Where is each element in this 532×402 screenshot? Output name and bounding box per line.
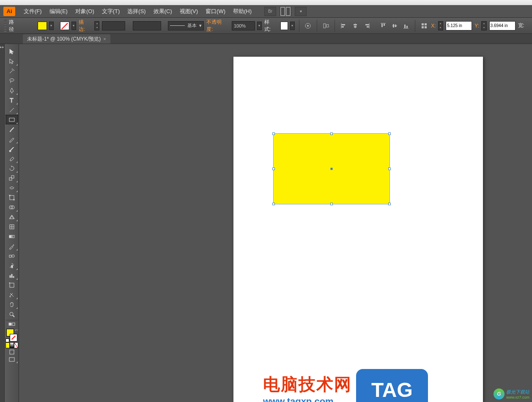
resize-handle-nw[interactable] [272,132,275,135]
style-dropdown[interactable]: ▾ [290,22,295,30]
x-label: X: [431,23,436,29]
toolbox-collapse-toggle[interactable]: ▸▸ [0,44,5,402]
align-center-h-icon[interactable] [351,21,359,30]
opacity-input[interactable] [232,21,255,30]
variable-width-profile[interactable] [133,21,162,30]
stroke-color-swatch[interactable] [10,334,17,341]
panel-grip[interactable] [4,20,6,32]
svg-rect-47 [10,275,11,278]
eraser-tool[interactable] [5,154,18,163]
recolor-artwork-icon[interactable] [304,21,313,30]
column-graph-tool[interactable] [5,270,18,280]
align-left-icon[interactable] [339,21,348,30]
x-spinner[interactable]: ▴▾ [438,21,444,30]
mesh-tool[interactable] [5,222,18,231]
opacity-dropdown[interactable]: ▾ [257,22,262,30]
width-tool[interactable] [5,183,18,193]
menu-type[interactable]: 文字(T) [99,6,123,17]
scale-tool[interactable] [5,173,18,183]
arrange-documents-button[interactable] [280,7,291,16]
x-input[interactable] [446,21,472,30]
fill-swatch[interactable] [38,22,47,30]
swap-fill-stroke-icon[interactable]: ⤺ [15,328,18,332]
rectangle-tool[interactable] [5,115,18,124]
free-transform-tool[interactable] [5,193,18,202]
blob-brush-tool[interactable] [5,144,18,154]
width-label: 宽: [518,22,524,29]
resize-handle-n[interactable] [330,132,333,135]
menu-select[interactable]: 选择(S) [124,6,149,17]
blend-tool[interactable] [5,251,18,261]
direct-selection-tool[interactable] [5,56,18,66]
hand-tool[interactable] [5,300,18,309]
selection-tool[interactable] [5,47,18,56]
line-tool[interactable] [5,105,18,115]
magic-wand-tool[interactable] [5,66,18,76]
align-center-v-icon[interactable] [390,21,399,30]
symbol-sprayer-tool[interactable] [5,261,18,270]
menu-effect[interactable]: 效果(C) [150,6,176,17]
menu-view[interactable]: 视图(V) [176,6,201,17]
svg-rect-49 [13,276,14,278]
pen-tool[interactable] [5,85,18,95]
paintbrush-tool[interactable] [5,124,18,134]
rotate-tool[interactable] [5,163,18,173]
shape-builder-tool[interactable] [5,202,18,212]
artboard-tool[interactable] [5,280,18,290]
perspective-grid-tool[interactable] [5,212,18,222]
document-tab-title: 未标题-1* @ 100% (CMYK/预览) [27,36,101,43]
resize-handle-sw[interactable] [272,203,275,205]
watermark-text-url: www.tagxp.com [263,396,352,402]
stroke-dropdown[interactable]: ▾ [71,22,76,30]
resize-handle-ne[interactable] [388,132,391,135]
stroke-swatch[interactable] [60,22,69,30]
menu-object[interactable]: 对象(O) [72,6,98,17]
fill-dropdown[interactable]: ▾ [49,22,54,30]
align-panel-icon[interactable] [321,21,330,30]
type-tool[interactable]: T [5,95,18,105]
graphic-style-swatch[interactable] [280,22,288,30]
slice-tool[interactable] [5,290,18,300]
bridge-button[interactable]: Br [264,7,276,16]
color-mode-row[interactable] [5,342,18,348]
default-fill-stroke-icon[interactable] [5,339,9,342]
stroke-width-spinner[interactable]: ▴▾ [94,21,100,30]
stroke-label[interactable]: 描边: [79,19,89,33]
toolbox: T ⤺ [5,44,19,402]
document-tab[interactable]: 未标题-1* @ 100% (CMYK/预览) × [23,34,110,44]
stroke-width-input[interactable] [102,21,125,30]
pencil-tool[interactable] [5,134,18,144]
resize-handle-s[interactable] [330,203,333,205]
resize-handle-w[interactable] [272,168,275,170]
svg-rect-50 [10,283,14,287]
menubar: Ai 文件(F) 编辑(E) 对象(O) 文字(T) 选择(S) 效果(C) 视… [0,5,532,18]
menu-window[interactable]: 窗口(W) [202,6,229,17]
svg-rect-26 [422,26,424,28]
watermark-overlay: 电脑技术网 www.tagxp.com TAG [263,369,428,402]
brush-definition[interactable]: 基本▾ [168,21,204,30]
align-bottom-icon[interactable] [402,21,411,30]
canvas-area[interactable]: 电脑技术网 www.tagxp.com TAG G 极光下载站 www.xz7.… [19,44,532,402]
menu-help[interactable]: 帮助(H) [230,6,255,17]
resize-handle-e[interactable] [388,168,391,170]
fill-stroke-indicator[interactable]: ⤺ [5,328,18,342]
eyedropper-tool[interactable] [5,241,18,251]
workspace-switcher[interactable]: ▾ [295,7,307,16]
align-top-icon[interactable] [378,21,387,30]
zoom-tool[interactable] [5,309,18,319]
menu-file[interactable]: 文件(F) [20,6,45,17]
screen-mode[interactable] [5,356,18,363]
y-input[interactable] [489,21,516,30]
opacity-label[interactable]: 不透明度: [206,19,226,33]
gradient-tool[interactable] [5,231,18,241]
y-spinner[interactable]: ▴▾ [481,21,487,30]
align-right-icon[interactable] [362,21,371,30]
menu-edit[interactable]: 编辑(E) [46,6,71,17]
tab-close-icon[interactable]: × [103,36,106,41]
resize-handle-se[interactable] [388,203,391,205]
transform-panel-icon[interactable] [420,21,428,30]
draw-mode-normal[interactable] [5,348,18,356]
fill-stroke-toggle-small[interactable] [5,321,18,327]
lasso-tool[interactable] [5,76,18,85]
selected-rectangle-shape[interactable] [273,133,390,204]
